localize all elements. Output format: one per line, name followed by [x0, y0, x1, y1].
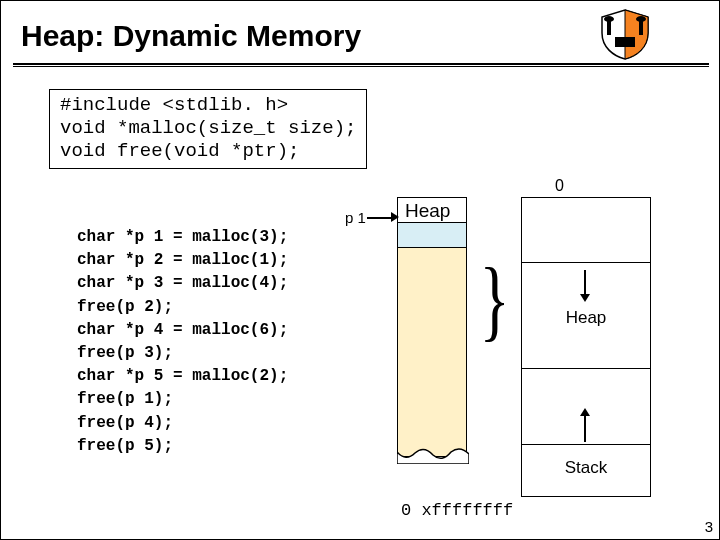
address-zero-label: 0	[555, 177, 564, 195]
mem-heap-label: Heap	[522, 308, 650, 328]
brace-icon: }	[479, 255, 509, 345]
p1-pointer-label: p 1	[345, 209, 366, 226]
prototype-box: #include <stdlib. h> void *malloc(size_t…	[49, 89, 367, 169]
p1-allocation-region	[398, 222, 466, 248]
page-title: Heap: Dynamic Memory	[21, 19, 361, 53]
crest-logo	[593, 7, 657, 61]
p1-arrow-head	[391, 212, 399, 222]
svg-rect-0	[615, 37, 635, 47]
heap-label: Heap	[405, 200, 450, 222]
memory-layout-column: Heap Stack	[521, 197, 651, 497]
svg-rect-3	[639, 21, 643, 35]
address-max-label: 0 xffffffff	[401, 501, 513, 520]
slide: Heap: Dynamic Memory #include <stdlib. h…	[0, 0, 720, 540]
title-underline	[13, 63, 709, 67]
mem-divider	[522, 368, 650, 369]
torn-edge	[397, 448, 469, 464]
code-listing: char *p 1 = malloc(3); char *p 2 = mallo…	[77, 226, 288, 458]
svg-point-4	[636, 16, 646, 22]
stack-grow-arrow	[584, 414, 586, 442]
mem-divider	[522, 444, 650, 445]
mem-divider	[522, 262, 650, 263]
svg-point-2	[604, 16, 614, 22]
svg-rect-1	[607, 21, 611, 35]
heap-free-region	[398, 248, 466, 456]
mem-stack-label: Stack	[522, 458, 650, 478]
heap-column	[397, 197, 467, 457]
heap-grow-arrow	[584, 270, 586, 298]
slide-number: 3	[705, 518, 713, 535]
